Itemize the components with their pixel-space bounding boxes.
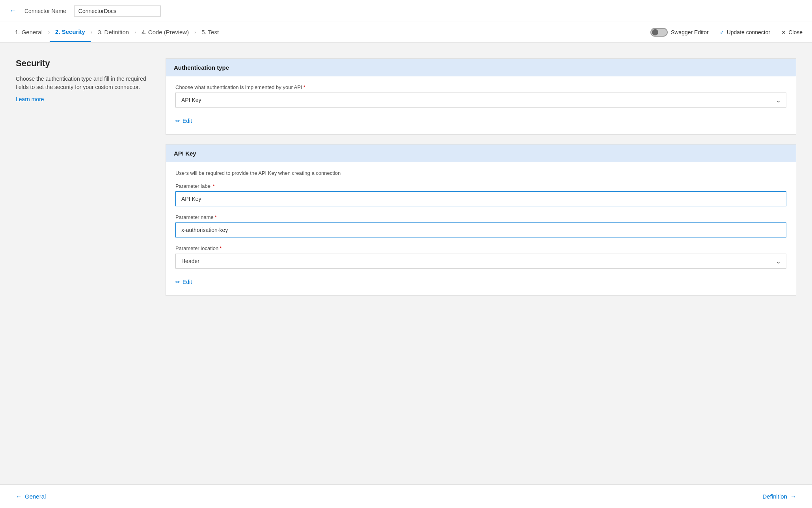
- auth-type-select-wrapper: No authentication API Key Basic authenti…: [175, 93, 786, 108]
- close-icon: ✕: [781, 29, 786, 35]
- api-key-title: API Key: [174, 150, 196, 157]
- swagger-editor-label: Swagger Editor: [671, 29, 709, 35]
- api-key-edit-label: Edit: [183, 279, 192, 285]
- tab-test[interactable]: 5. Test: [196, 22, 224, 42]
- tab-general[interactable]: 1. General: [9, 22, 48, 42]
- api-key-description: Users will be required to provide the AP…: [175, 170, 786, 176]
- update-connector-button[interactable]: ✓ Update connector: [720, 29, 771, 35]
- param-location-select-wrapper: Header Query: [175, 254, 786, 269]
- required-star-4: *: [220, 245, 222, 251]
- security-title: Security: [16, 58, 150, 69]
- check-icon: ✓: [720, 29, 724, 35]
- connector-name-input[interactable]: [74, 6, 161, 17]
- next-to-definition-button[interactable]: Definition →: [762, 493, 796, 500]
- param-location-group: Parameter location* Header Query: [175, 245, 786, 269]
- nav-actions: Swagger Editor ✓ Update connector ✕ Clos…: [650, 28, 803, 37]
- auth-type-form-group: Choose what authentication is implemente…: [175, 84, 786, 108]
- auth-type-header: Authentication type: [166, 59, 796, 76]
- param-name-group: Parameter name*: [175, 214, 786, 237]
- auth-edit-label: Edit: [183, 118, 192, 124]
- back-button[interactable]: ←: [9, 7, 17, 15]
- auth-type-title: Authentication type: [174, 64, 229, 71]
- auth-type-section: Authentication type Choose what authenti…: [166, 58, 796, 135]
- required-star-3: *: [215, 214, 217, 220]
- next-arrow-bottom-icon: →: [790, 493, 796, 500]
- auth-type-label: Choose what authentication is implemente…: [175, 84, 786, 90]
- top-bar: ← Connector Name: [0, 0, 812, 22]
- close-button[interactable]: ✕ Close: [781, 29, 803, 35]
- learn-more-link[interactable]: Learn more: [16, 96, 44, 102]
- tab-code-preview[interactable]: 4. Code (Preview): [136, 22, 194, 42]
- api-key-body: Users will be required to provide the AP…: [166, 162, 796, 295]
- tab-definition[interactable]: 3. Definition: [92, 22, 134, 42]
- param-name-label: Parameter name*: [175, 214, 786, 220]
- param-label-input[interactable]: [175, 191, 786, 206]
- api-key-header: API Key: [166, 145, 796, 162]
- toggle-switch[interactable]: [650, 28, 668, 37]
- tab-code-preview-label: 4. Code (Preview): [142, 29, 189, 35]
- close-label: Close: [788, 29, 803, 35]
- toggle-knob: [652, 29, 658, 35]
- param-location-select[interactable]: Header Query: [175, 254, 786, 269]
- tab-test-label: 5. Test: [201, 29, 219, 35]
- auth-type-body: Choose what authentication is implemente…: [166, 76, 796, 134]
- connector-name-label: Connector Name: [24, 8, 66, 14]
- pencil-icon-2: ✏: [175, 279, 180, 285]
- bottom-nav: ← General Definition →: [0, 484, 812, 508]
- param-label-group: Parameter label*: [175, 183, 786, 206]
- param-name-input[interactable]: [175, 222, 786, 237]
- api-key-edit-button[interactable]: ✏ Edit: [175, 276, 192, 287]
- next-to-definition-label: Definition: [762, 493, 787, 500]
- back-to-general-label: General: [25, 493, 46, 500]
- update-connector-label: Update connector: [727, 29, 771, 35]
- tab-general-label: 1. General: [15, 29, 43, 35]
- tab-security[interactable]: 2. Security: [50, 22, 91, 42]
- back-arrow-bottom-icon: ←: [16, 493, 22, 500]
- nav-tabs: 1. General › 2. Security › 3. Definition…: [0, 22, 812, 43]
- param-label-label: Parameter label*: [175, 183, 786, 189]
- security-description: Choose the authentication type and fill …: [16, 75, 150, 91]
- param-location-label: Parameter location*: [175, 245, 786, 251]
- api-key-section: API Key Users will be required to provid…: [166, 144, 796, 296]
- left-panel: Security Choose the authentication type …: [16, 58, 150, 469]
- required-star-2: *: [213, 183, 215, 189]
- auth-type-edit-button[interactable]: ✏ Edit: [175, 115, 192, 126]
- auth-type-select[interactable]: No authentication API Key Basic authenti…: [175, 93, 786, 108]
- tab-definition-label: 3. Definition: [98, 29, 129, 35]
- right-panel: Authentication type Choose what authenti…: [166, 58, 796, 469]
- back-arrow-icon: ←: [9, 7, 17, 15]
- pencil-icon-1: ✏: [175, 118, 180, 124]
- tab-security-label: 2. Security: [55, 28, 85, 35]
- back-to-general-button[interactable]: ← General: [16, 493, 46, 500]
- swagger-editor-toggle[interactable]: Swagger Editor: [650, 28, 709, 37]
- required-star-1: *: [304, 84, 305, 90]
- main-content: Security Choose the authentication type …: [0, 43, 812, 484]
